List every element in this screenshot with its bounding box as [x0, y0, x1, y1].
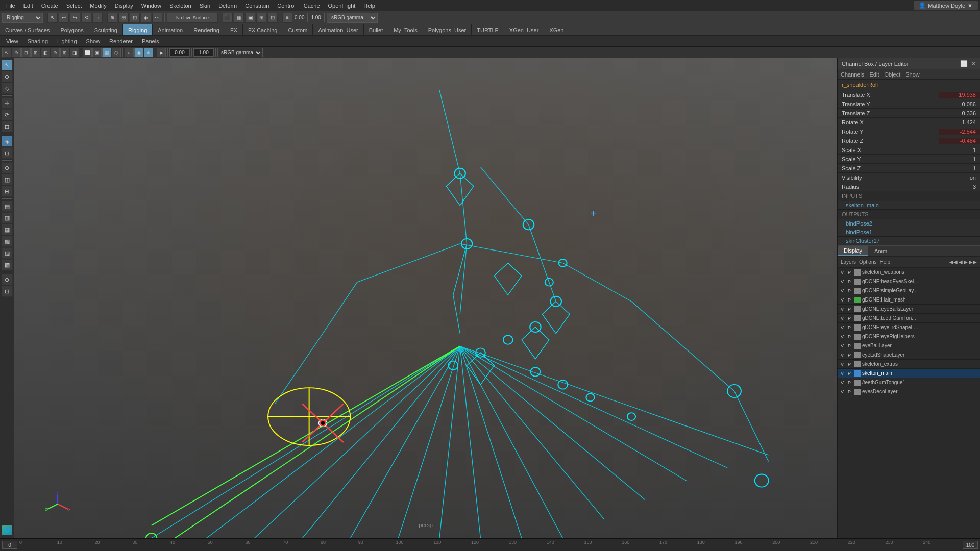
tab-xgen[interactable]: XGen	[544, 24, 569, 35]
tab-custom[interactable]: Custom	[283, 24, 313, 35]
vp-value1-input[interactable]	[169, 48, 190, 57]
layer-v-btn[interactable]: V	[839, 361, 846, 368]
timeline[interactable]: 0102030405060708090100110120130140150160…	[0, 538, 980, 551]
redo-btn[interactable]: ↪	[70, 13, 80, 23]
layer-row-gdone-hair-mesh[interactable]: V P gDONE:Hair_mesh	[838, 295, 980, 305]
viewport-menu-panels[interactable]: Panels	[138, 37, 163, 45]
da-tab-anim[interactable]: Anim	[868, 246, 893, 256]
tab-rendering[interactable]: Rendering	[188, 24, 225, 35]
tab-fx[interactable]: FX	[225, 24, 243, 35]
tab-my-tools[interactable]: My_Tools	[388, 24, 423, 35]
vp-icon6[interactable]: ⊕	[51, 48, 60, 57]
channel-radius[interactable]: Radius 3	[838, 182, 980, 191]
menu-item-skin[interactable]: Skin	[195, 2, 214, 10]
tab-polygons-user[interactable]: Polygons_User	[423, 24, 472, 35]
tab-xgen-user[interactable]: XGen_User	[504, 24, 544, 35]
vp-icon3[interactable]: ⊡	[21, 48, 31, 57]
layer-v-btn[interactable]: V	[839, 370, 846, 377]
layer-v-btn[interactable]: V	[839, 278, 846, 285]
vp-display4[interactable]: ⬡	[112, 48, 121, 57]
cb-tab-show[interactable]: Show	[905, 71, 920, 78]
lt-grid3-btn[interactable]: ▦	[2, 224, 13, 235]
layer-v-btn[interactable]: V	[839, 269, 846, 276]
lt-grid2-btn[interactable]: ▥	[2, 212, 13, 223]
layer-v-btn[interactable]: V	[839, 333, 846, 340]
vp-display3[interactable]: ▦	[102, 48, 111, 57]
tool3-btn[interactable]: ⟲	[81, 13, 91, 23]
da-tab-display[interactable]: Display	[838, 246, 868, 256]
layer-row-skelton-main[interactable]: V P skelton_main	[838, 369, 980, 378]
channel-translate-y[interactable]: Translate Y -0.086	[838, 99, 980, 109]
layers-layers-btn[interactable]: Layers	[841, 259, 856, 265]
vp-icon7[interactable]: ⊞	[60, 48, 69, 57]
layer-p-btn[interactable]: P	[846, 388, 853, 395]
vp-light1[interactable]: ○	[125, 48, 134, 57]
layer-row-gdone-eyeballslayer[interactable]: V P gDONE:eyeBallsLayer	[838, 305, 980, 314]
menu-item-create[interactable]: Create	[37, 2, 62, 10]
layers-help-btn[interactable]: Help	[879, 259, 890, 265]
layer-p-btn[interactable]: P	[846, 315, 853, 322]
layers-options-btn[interactable]: Options	[859, 259, 876, 265]
cb-tab-edit[interactable]: Edit	[869, 71, 879, 78]
menu-item-display[interactable]: Display	[111, 2, 137, 10]
channel-rotate-x[interactable]: Rotate X 1.424	[838, 118, 980, 127]
layer-row-eyelidshapelayer[interactable]: V P eyeLidShapeLayer	[838, 350, 980, 360]
vp-icon2[interactable]: ⊕	[12, 48, 21, 57]
layers-nav-prev[interactable]: ◀	[959, 259, 963, 265]
tool4-btn[interactable]: →	[92, 13, 103, 23]
layer-p-btn[interactable]: P	[846, 370, 853, 377]
channel-translate-z[interactable]: Translate Z 0.336	[838, 109, 980, 118]
layer-p-btn[interactable]: P	[846, 333, 853, 340]
lt-grid1-btn[interactable]: ▤	[2, 201, 13, 212]
menu-item-deform[interactable]: Deform	[214, 2, 241, 10]
layer-p-btn[interactable]: P	[846, 361, 853, 368]
layer-row-gdone-eyerighelpers[interactable]: V P gDONE:eyeRigHelpers	[838, 332, 980, 341]
lt-bottom1-btn[interactable]: ⊕	[2, 274, 13, 285]
layer-row-skeleton-weapons[interactable]: V P skeleton_weapons	[838, 268, 980, 277]
layers-nav-first[interactable]: ◀◀	[949, 259, 958, 265]
vp-light2[interactable]: ◉	[134, 48, 143, 57]
lt-bottom2-btn[interactable]: ⊡	[2, 286, 13, 297]
lt-select-btn[interactable]: ↖	[2, 59, 13, 70]
layer-v-btn[interactable]: V	[839, 379, 846, 386]
lt-lasso-btn[interactable]: ⊙	[2, 71, 13, 82]
layers-nav-next[interactable]: ▶	[964, 259, 968, 265]
tab-turtle[interactable]: TURTLE	[472, 24, 504, 35]
cb-tab-object[interactable]: Object	[884, 71, 900, 78]
render3-btn[interactable]: ▣	[245, 13, 255, 23]
timeline-ruler[interactable]: 0102030405060708090100110120130140150160…	[19, 539, 961, 551]
vp-display1[interactable]: ⬜	[83, 48, 92, 57]
select-tool-btn[interactable]: ↖	[47, 13, 58, 23]
viewport-menu-shading[interactable]: Shading	[23, 37, 52, 45]
layer-v-btn[interactable]: V	[839, 324, 846, 331]
undo-btn[interactable]: ↩	[59, 13, 69, 23]
tab-rigging[interactable]: Rigging	[123, 24, 153, 35]
layer-p-btn[interactable]: P	[846, 306, 853, 313]
menu-item-modify[interactable]: Modify	[86, 2, 110, 10]
layer-p-btn[interactable]: P	[846, 278, 853, 285]
channel-scale-z[interactable]: Scale Z 1	[838, 164, 980, 173]
menu-item-skeleton[interactable]: Skeleton	[165, 2, 195, 10]
lt-snap3-btn[interactable]: ⊞	[2, 186, 13, 197]
menu-item-openflight[interactable]: OpenFlight	[324, 2, 360, 10]
layer-p-btn[interactable]: P	[846, 269, 853, 276]
vp-light3[interactable]: ⊕	[144, 48, 153, 57]
tab-polygons[interactable]: Polygons	[55, 24, 89, 35]
mode-dropdown[interactable]: Rigging	[2, 13, 43, 23]
layer-p-btn[interactable]: P	[846, 296, 853, 304]
layer-row-gdone-teethgumton---[interactable]: V P gDONE:teethGumTon...	[838, 314, 980, 323]
viewport-menu-lighting[interactable]: Lighting	[53, 37, 81, 45]
layer-row-eyeballlayer[interactable]: V P eyeBallLayer	[838, 341, 980, 350]
timeline-end-input[interactable]	[963, 541, 978, 549]
viewport-menu-show[interactable]: Show	[82, 37, 105, 45]
tab-curves-surfaces[interactable]: Curves / Surfaces	[0, 24, 55, 35]
snap5-btn[interactable]: ⋯	[152, 13, 162, 23]
layer-v-btn[interactable]: V	[839, 306, 846, 313]
lt-snap1-btn[interactable]: ⊕	[2, 162, 13, 173]
snap4-btn[interactable]: ◈	[141, 13, 151, 23]
layer-p-btn[interactable]: P	[846, 324, 853, 331]
vp-anim1[interactable]: ▶	[157, 48, 166, 57]
vp-value2-input[interactable]	[193, 48, 214, 57]
snap1-btn[interactable]: ⊕	[107, 13, 117, 23]
channel-scale-y[interactable]: Scale Y 1	[838, 155, 980, 164]
